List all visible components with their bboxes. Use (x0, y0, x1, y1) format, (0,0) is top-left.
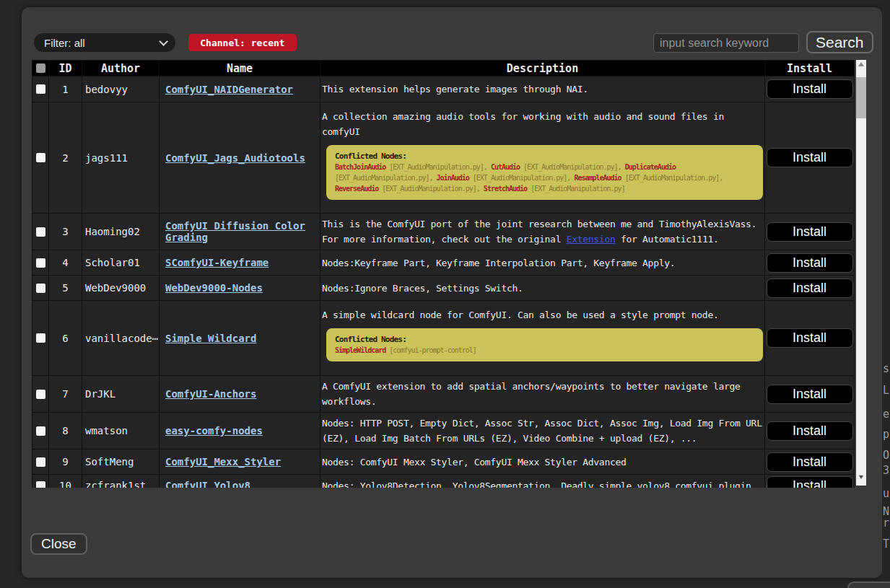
conflicted-nodes-warning: Conflicted Nodes:BatchJoinAudio [EXT_Aud… (326, 145, 763, 200)
extension-name-link[interactable]: ComfyUI-Anchors (165, 388, 256, 400)
extension-name-link[interactable]: WebDev9000-Nodes (165, 282, 263, 294)
scroll-down-arrow-icon[interactable] (859, 475, 863, 479)
row-description: This extension helps generate images thr… (320, 76, 765, 102)
install-button[interactable]: Install (767, 476, 853, 488)
background-text-fragment: r (883, 517, 889, 530)
extension-name-link[interactable]: easy-comfy-nodes (165, 425, 263, 436)
row-select-cell (32, 301, 49, 376)
table-row: 5WebDev9000WebDev9000-NodesNodes:Ignore … (32, 276, 855, 301)
row-id: 4 (49, 250, 82, 276)
row-checkbox[interactable] (36, 84, 45, 94)
row-author: zcfrank1st (82, 475, 160, 488)
row-checkbox[interactable] (36, 333, 45, 343)
filter-select-label: Filter: all (44, 37, 85, 49)
background-text-fragment: s (883, 362, 889, 375)
extension-name-link[interactable]: ComfyUI_Jags_Audiotools (165, 152, 305, 164)
column-header-description: Description (320, 61, 765, 76)
row-install-cell: Install (765, 276, 855, 301)
install-button[interactable]: Install (767, 328, 853, 348)
conflicted-nodes-warning: Conflicted Nodes:SimpleWildcard [comfyui… (326, 328, 763, 361)
table-row: 2jags111ComfyUI_Jags_AudiotoolsA collect… (32, 102, 855, 214)
row-install-cell: Install (765, 413, 855, 449)
install-button[interactable]: Install (767, 148, 853, 167)
row-select-cell (32, 76, 49, 102)
extension-table-viewport: ID Author Name Description Install 1bedo… (32, 60, 866, 488)
install-button[interactable]: Install (767, 222, 853, 242)
row-select-cell (32, 413, 49, 449)
row-select-cell (32, 449, 49, 475)
column-header-author: Author (82, 61, 160, 76)
table-row: 9SoftMengComfyUI_Mexx_StylerNodes: Comfy… (32, 449, 855, 475)
row-select-cell (32, 250, 49, 276)
install-custom-nodes-dialog: Filter: all Channel: recent Search ID Au… (22, 7, 882, 578)
row-description: Nodes: ComfyUI Mexx Styler, ComfyUI Mexx… (320, 449, 765, 475)
row-install-cell: Install (765, 376, 855, 413)
table-row: 8wmatsoneasy-comfy-nodesNodes: HTTP POST… (32, 413, 855, 449)
scrollbar-thumb[interactable] (856, 77, 866, 118)
row-checkbox[interactable] (36, 426, 45, 436)
row-select-cell (32, 276, 49, 301)
row-name-cell: ComfyUI Yolov8 (160, 475, 320, 488)
extension-name-link[interactable]: ComfyUI Diffusion Color Grading (165, 220, 305, 243)
channel-badge[interactable]: Channel: recent (188, 34, 297, 51)
row-install-cell: Install (765, 214, 855, 250)
install-button[interactable]: Install (767, 278, 853, 298)
select-all-header (32, 61, 49, 76)
install-button[interactable]: Install (767, 253, 853, 273)
row-description: Nodes:Ignore Braces, Settings Switch. (320, 276, 765, 301)
row-checkbox[interactable] (36, 284, 45, 293)
row-author: Scholar01 (82, 250, 160, 276)
filter-select[interactable]: Filter: all (34, 33, 175, 52)
row-checkbox[interactable] (36, 258, 45, 268)
row-name-cell: easy-comfy-nodes (160, 413, 320, 449)
row-checkbox[interactable] (36, 153, 45, 162)
row-checkbox[interactable] (36, 481, 45, 488)
background-text-fragment: p (883, 428, 889, 441)
row-install-cell: Install (765, 301, 855, 376)
table-row: 7DrJKLComfyUI-AnchorsA ComfyUI extension… (32, 376, 855, 413)
install-button[interactable]: Install (767, 79, 853, 99)
table-scrollbar[interactable] (856, 60, 866, 486)
row-author: bedovyy (82, 76, 160, 102)
background-text-fragment: e (883, 408, 889, 421)
extension-name-link[interactable]: ComfyUI_NAIDGenerator (165, 84, 293, 95)
row-name-cell: ComfyUI_Mexx_Styler (160, 449, 320, 475)
row-author: wmatson (82, 413, 160, 449)
row-select-cell (32, 214, 49, 250)
table-row: 1bedovyyComfyUI_NAIDGeneratorThis extens… (32, 76, 855, 102)
row-id: 3 (49, 214, 82, 250)
row-author: jags111 (82, 102, 160, 214)
select-all-checkbox[interactable] (36, 63, 45, 73)
row-checkbox[interactable] (36, 457, 45, 467)
background-partial-button[interactable] (847, 582, 890, 588)
row-id: 8 (49, 413, 82, 449)
row-checkbox[interactable] (36, 227, 45, 237)
background-text-fragment: L (883, 384, 889, 397)
row-install-cell: Install (765, 76, 855, 102)
background-text-fragment: u (883, 487, 889, 500)
close-button[interactable]: Close (30, 533, 87, 555)
row-id: 9 (49, 449, 82, 475)
description-link[interactable]: Extension (567, 234, 616, 245)
row-name-cell: WebDev9000-Nodes (160, 276, 320, 301)
install-button[interactable]: Install (767, 421, 853, 441)
row-author: vanillacode⋯ (82, 301, 160, 376)
extension-name-link[interactable]: Simple Wildcard (165, 333, 256, 344)
extension-name-link[interactable]: ComfyUI_Mexx_Styler (165, 456, 281, 468)
search-button[interactable]: Search (806, 31, 873, 53)
row-select-cell (32, 102, 49, 214)
table-header-row: ID Author Name Description Install (32, 61, 855, 76)
search-input[interactable] (653, 33, 799, 53)
install-button[interactable]: Install (767, 452, 853, 472)
extension-name-link[interactable]: SComfyUI-Keyframe (165, 257, 269, 268)
row-checkbox[interactable] (36, 390, 45, 399)
row-description: Nodes: Yolov8Detection, Yolov8Segmentati… (320, 475, 765, 488)
background-text-fragment: O (883, 449, 889, 462)
scroll-up-arrow-icon[interactable] (858, 62, 864, 66)
install-button[interactable]: Install (767, 385, 853, 404)
column-header-id: ID (49, 61, 82, 76)
table-row: 4Scholar01SComfyUI-KeyframeNodes:Keyfram… (32, 250, 855, 276)
table-row: 10zcfrank1stComfyUI Yolov8Nodes: Yolov8D… (32, 475, 855, 488)
row-id: 5 (49, 276, 82, 301)
extension-name-link[interactable]: ComfyUI Yolov8 (165, 480, 250, 488)
